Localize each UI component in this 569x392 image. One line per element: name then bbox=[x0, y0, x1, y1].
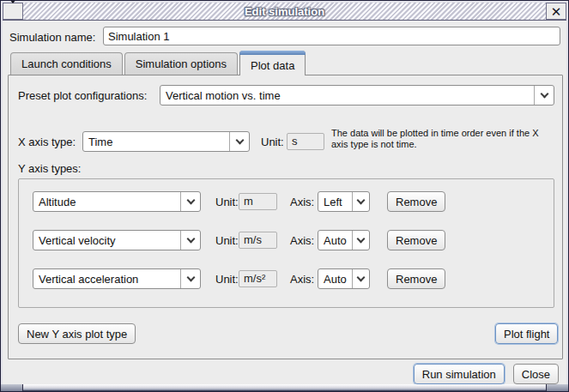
dialog-action-row: Run simulation Close bbox=[414, 364, 559, 384]
plot-flight-button[interactable]: Plot flight bbox=[495, 323, 558, 344]
unit-field: m/s bbox=[239, 232, 277, 249]
window-menu-button[interactable] bbox=[3, 3, 23, 20]
titlebar: Edit simulation ✕ bbox=[3, 3, 566, 21]
y-axis-type-select[interactable]: Altitude bbox=[33, 191, 201, 212]
window-title: Edit simulation bbox=[245, 5, 324, 18]
y-axis-types-label: Y axis types: bbox=[18, 162, 81, 175]
y-axis-type-select[interactable]: Vertical acceleration bbox=[33, 268, 201, 289]
chevron-down-icon bbox=[534, 86, 554, 105]
remove-button[interactable]: Remove bbox=[387, 230, 445, 250]
x-axis-type-value: Time bbox=[83, 132, 229, 151]
run-simulation-button[interactable]: Run simulation bbox=[414, 364, 505, 384]
axis-label: Axis: bbox=[290, 273, 314, 286]
x-axis-unit-field: s bbox=[287, 133, 324, 150]
unit-label: Unit: bbox=[215, 273, 239, 286]
x-axis-unit-label: Unit: bbox=[261, 136, 284, 148]
axis-side-select[interactable]: Auto bbox=[318, 230, 370, 250]
tab-launch-conditions[interactable]: Launch conditions bbox=[10, 52, 123, 75]
preset-config-value: Vertical motion vs. time bbox=[160, 86, 534, 105]
preset-config-select[interactable]: Vertical motion vs. time bbox=[160, 85, 554, 106]
time-order-note: The data will be plotted in time order e… bbox=[331, 128, 558, 150]
y-axis-type-value: Altitude bbox=[33, 192, 180, 211]
tab-plot-data[interactable]: Plot data bbox=[239, 51, 306, 75]
y-axis-type-select[interactable]: Vertical velocity bbox=[33, 230, 201, 250]
x-axis-type-select[interactable]: Time bbox=[82, 131, 250, 152]
close-button[interactable]: Close bbox=[513, 364, 559, 384]
axis-side-select[interactable]: Left bbox=[318, 191, 370, 212]
window-menu-icon bbox=[9, 3, 18, 19]
preset-config-label: Preset plot configurations: bbox=[18, 89, 147, 102]
new-y-axis-plot-type-button[interactable]: New Y axis plot type bbox=[18, 323, 136, 344]
window-bottom-frame[interactable] bbox=[1, 384, 568, 391]
axis-side-value: Auto bbox=[318, 269, 352, 288]
x-axis-type-label: X axis type: bbox=[18, 136, 76, 148]
tab-bar: Launch conditions Simulation options Plo… bbox=[10, 51, 307, 75]
chevron-down-icon bbox=[352, 231, 369, 250]
unit-label: Unit: bbox=[215, 234, 239, 247]
unit-field: m bbox=[239, 193, 277, 210]
remove-button[interactable]: Remove bbox=[387, 268, 445, 289]
chevron-down-icon bbox=[180, 192, 200, 211]
y-axis-type-value: Vertical velocity bbox=[33, 231, 180, 250]
simulation-name-input[interactable] bbox=[103, 27, 560, 45]
chevron-down-icon bbox=[180, 231, 200, 250]
tab-simulation-options[interactable]: Simulation options bbox=[124, 52, 238, 75]
chevron-down-icon bbox=[229, 132, 249, 151]
axis-label: Axis: bbox=[290, 234, 314, 247]
axis-side-select[interactable]: Auto bbox=[318, 268, 370, 289]
unit-label: Unit: bbox=[215, 196, 239, 208]
chevron-down-icon bbox=[352, 269, 369, 288]
unit-field: m/s² bbox=[239, 270, 277, 287]
resize-corner-right[interactable] bbox=[546, 384, 568, 391]
y-axis-type-value: Vertical acceleration bbox=[33, 269, 180, 288]
close-icon: ✕ bbox=[551, 5, 562, 18]
axis-side-value: Left bbox=[318, 192, 352, 211]
titlebar-stripes[interactable]: Edit simulation bbox=[23, 3, 546, 20]
simulation-name-label: Simulation name: bbox=[9, 31, 95, 44]
resize-corner-left[interactable] bbox=[1, 384, 23, 391]
remove-button[interactable]: Remove bbox=[387, 191, 445, 212]
axis-label: Axis: bbox=[290, 196, 314, 208]
edit-simulation-dialog: Edit simulation ✕ Simulation name: Launc… bbox=[0, 0, 569, 392]
axis-side-value: Auto bbox=[318, 231, 352, 250]
chevron-down-icon bbox=[180, 269, 200, 288]
chevron-down-icon bbox=[352, 192, 369, 211]
window-close-button[interactable]: ✕ bbox=[546, 3, 566, 20]
